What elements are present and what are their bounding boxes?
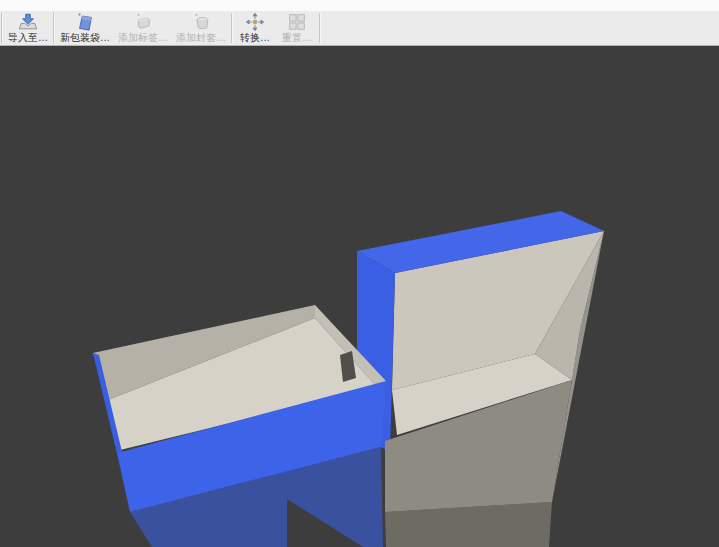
new-bag-button-label: 新包装袋… xyxy=(60,32,110,44)
toolbar-group-packaging: 新包装袋… 添加标签… 添加封套… xyxy=(56,11,230,45)
window-top-strip xyxy=(0,0,719,11)
toolbar-separator xyxy=(319,13,321,43)
toolbar-group-tools: 转换… 重置… xyxy=(234,11,318,45)
add-sleeve-button[interactable]: 添加封套… xyxy=(172,11,230,45)
transform-icon xyxy=(243,12,267,32)
import-button-label: 导入至… xyxy=(8,32,48,44)
application-window: 导入至… 新包装袋… 添加标签… xyxy=(0,0,719,547)
transform-button[interactable]: 转换… xyxy=(234,11,276,45)
add-sleeve-icon xyxy=(189,12,213,32)
new-bag-icon xyxy=(73,12,97,32)
reset-button[interactable]: 重置… xyxy=(276,11,318,45)
add-sleeve-button-label: 添加封套… xyxy=(176,32,226,44)
toolbar-separator xyxy=(231,13,233,43)
toolbar-separator xyxy=(53,13,55,43)
reset-icon xyxy=(285,12,309,32)
add-label-button[interactable]: 添加标签… xyxy=(114,11,172,45)
toolbar-separator xyxy=(1,13,3,43)
reset-button-label: 重置… xyxy=(282,32,312,44)
toolbar-group-import: 导入至… xyxy=(4,11,52,45)
import-icon xyxy=(16,12,40,32)
add-label-button-label: 添加标签… xyxy=(118,32,168,44)
transform-button-label: 转换… xyxy=(240,32,270,44)
3d-viewport[interactable] xyxy=(0,46,719,547)
import-button[interactable]: 导入至… xyxy=(4,11,52,45)
toolbar: 导入至… 新包装袋… 添加标签… xyxy=(0,11,719,46)
new-bag-button[interactable]: 新包装袋… xyxy=(56,11,114,45)
add-label-icon xyxy=(131,12,155,32)
